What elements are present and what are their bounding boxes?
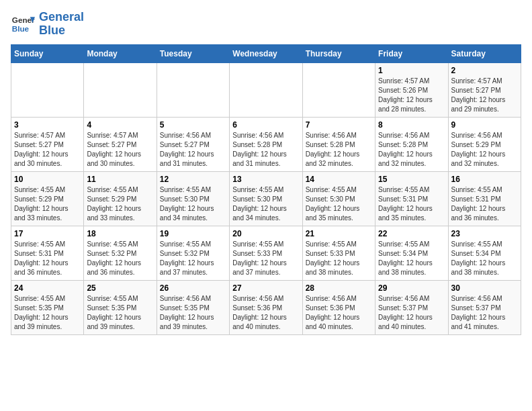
day-info: Sunrise: 4:57 AM Sunset: 5:27 PM Dayligh… [14, 131, 81, 169]
calendar-cell [84, 62, 157, 117]
day-info: Sunrise: 4:56 AM Sunset: 5:36 PM Dayligh… [306, 294, 372, 332]
day-info: Sunrise: 4:56 AM Sunset: 5:28 PM Dayligh… [232, 131, 299, 169]
calendar-cell: 17Sunrise: 4:55 AM Sunset: 5:31 PM Dayli… [11, 226, 84, 280]
day-info: Sunrise: 4:55 AM Sunset: 5:34 PM Dayligh… [451, 240, 518, 277]
day-info: Sunrise: 4:55 AM Sunset: 5:32 PM Dayligh… [160, 240, 226, 277]
day-header-friday: Friday [375, 44, 448, 62]
calendar-cell: 18Sunrise: 4:55 AM Sunset: 5:32 PM Dayli… [84, 226, 157, 280]
calendar-cell: 5Sunrise: 4:56 AM Sunset: 5:27 PM Daylig… [157, 117, 229, 171]
calendar-table: SundayMondayTuesdayWednesdayThursdayFrid… [11, 44, 521, 335]
day-info: Sunrise: 4:55 AM Sunset: 5:33 PM Dayligh… [306, 240, 372, 277]
svg-text:Blue: Blue [12, 24, 30, 33]
calendar-cell: 4Sunrise: 4:57 AM Sunset: 5:27 PM Daylig… [84, 117, 157, 171]
day-info: Sunrise: 4:56 AM Sunset: 5:35 PM Dayligh… [160, 294, 226, 332]
day-info: Sunrise: 4:56 AM Sunset: 5:29 PM Dayligh… [451, 131, 518, 169]
day-number: 1 [378, 66, 445, 75]
day-number: 16 [451, 175, 518, 184]
day-header-saturday: Saturday [448, 44, 521, 62]
calendar-cell: 6Sunrise: 4:56 AM Sunset: 5:28 PM Daylig… [230, 117, 302, 171]
day-number: 24 [14, 283, 81, 293]
calendar-cell: 30Sunrise: 4:56 AM Sunset: 5:37 PM Dayli… [448, 280, 521, 334]
day-number: 19 [160, 229, 226, 238]
day-info: Sunrise: 4:56 AM Sunset: 5:28 PM Dayligh… [378, 131, 445, 169]
day-number: 14 [306, 175, 372, 184]
day-info: Sunrise: 4:56 AM Sunset: 5:36 PM Dayligh… [232, 294, 299, 332]
calendar-cell: 7Sunrise: 4:56 AM Sunset: 5:28 PM Daylig… [302, 117, 375, 171]
day-info: Sunrise: 4:56 AM Sunset: 5:37 PM Dayligh… [378, 294, 445, 332]
day-info: Sunrise: 4:55 AM Sunset: 5:30 PM Dayligh… [232, 185, 299, 223]
day-info: Sunrise: 4:56 AM Sunset: 5:27 PM Dayligh… [160, 131, 226, 169]
day-number: 4 [87, 120, 153, 130]
day-number: 7 [306, 120, 372, 130]
day-info: Sunrise: 4:55 AM Sunset: 5:33 PM Dayligh… [232, 240, 299, 277]
calendar-cell: 19Sunrise: 4:55 AM Sunset: 5:32 PM Dayli… [157, 226, 229, 280]
day-number: 2 [451, 66, 518, 75]
calendar-cell [157, 62, 229, 117]
calendar-cell: 29Sunrise: 4:56 AM Sunset: 5:37 PM Dayli… [375, 280, 448, 334]
day-number: 25 [87, 283, 153, 293]
day-number: 9 [451, 120, 518, 130]
day-number: 17 [14, 229, 81, 238]
calendar-cell: 25Sunrise: 4:55 AM Sunset: 5:35 PM Dayli… [84, 280, 157, 334]
day-info: Sunrise: 4:55 AM Sunset: 5:34 PM Dayligh… [378, 240, 445, 277]
day-number: 15 [378, 175, 445, 184]
day-number: 21 [306, 229, 372, 238]
day-info: Sunrise: 4:55 AM Sunset: 5:35 PM Dayligh… [14, 294, 81, 332]
day-header-monday: Monday [84, 44, 157, 62]
page-header: General Blue GeneralBlue [11, 11, 521, 38]
day-info: Sunrise: 4:57 AM Sunset: 5:27 PM Dayligh… [451, 77, 518, 114]
day-number: 3 [14, 120, 81, 130]
day-number: 28 [306, 283, 372, 293]
day-number: 8 [378, 120, 445, 130]
day-info: Sunrise: 4:55 AM Sunset: 5:32 PM Dayligh… [87, 240, 153, 277]
calendar-cell: 3Sunrise: 4:57 AM Sunset: 5:27 PM Daylig… [11, 117, 84, 171]
day-number: 30 [451, 283, 518, 293]
day-info: Sunrise: 4:55 AM Sunset: 5:29 PM Dayligh… [14, 185, 81, 223]
calendar-week-3: 10Sunrise: 4:55 AM Sunset: 5:29 PM Dayli… [11, 171, 521, 226]
day-header-wednesday: Wednesday [230, 44, 302, 62]
logo-icon: General Blue [11, 12, 35, 36]
day-number: 6 [232, 120, 299, 130]
day-info: Sunrise: 4:57 AM Sunset: 5:27 PM Dayligh… [87, 131, 153, 169]
calendar-cell: 10Sunrise: 4:55 AM Sunset: 5:29 PM Dayli… [11, 171, 84, 226]
day-info: Sunrise: 4:57 AM Sunset: 5:26 PM Dayligh… [378, 77, 445, 114]
day-number: 23 [451, 229, 518, 238]
day-number: 27 [232, 283, 299, 293]
calendar-cell: 26Sunrise: 4:56 AM Sunset: 5:35 PM Dayli… [157, 280, 229, 334]
calendar-cell [230, 62, 302, 117]
calendar-cell: 1Sunrise: 4:57 AM Sunset: 5:26 PM Daylig… [375, 62, 448, 117]
day-info: Sunrise: 4:55 AM Sunset: 5:30 PM Dayligh… [160, 185, 226, 223]
day-number: 11 [87, 175, 153, 184]
calendar-cell: 22Sunrise: 4:55 AM Sunset: 5:34 PM Dayli… [375, 226, 448, 280]
logo-text: GeneralBlue [39, 11, 84, 38]
day-number: 13 [232, 175, 299, 184]
day-header-sunday: Sunday [11, 44, 84, 62]
calendar-cell: 12Sunrise: 4:55 AM Sunset: 5:30 PM Dayli… [157, 171, 229, 226]
day-number: 18 [87, 229, 153, 238]
calendar-cell: 14Sunrise: 4:55 AM Sunset: 5:30 PM Dayli… [302, 171, 375, 226]
calendar-cell [11, 62, 84, 117]
day-header-tuesday: Tuesday [157, 44, 229, 62]
day-number: 22 [378, 229, 445, 238]
calendar-week-4: 17Sunrise: 4:55 AM Sunset: 5:31 PM Dayli… [11, 226, 521, 280]
day-info: Sunrise: 4:55 AM Sunset: 5:31 PM Dayligh… [378, 185, 445, 223]
calendar-cell: 28Sunrise: 4:56 AM Sunset: 5:36 PM Dayli… [302, 280, 375, 334]
calendar-cell: 16Sunrise: 4:55 AM Sunset: 5:31 PM Dayli… [448, 171, 521, 226]
calendar-cell: 27Sunrise: 4:56 AM Sunset: 5:36 PM Dayli… [230, 280, 302, 334]
calendar-cell: 2Sunrise: 4:57 AM Sunset: 5:27 PM Daylig… [448, 62, 521, 117]
day-info: Sunrise: 4:56 AM Sunset: 5:28 PM Dayligh… [306, 131, 372, 169]
calendar-cell: 21Sunrise: 4:55 AM Sunset: 5:33 PM Dayli… [302, 226, 375, 280]
calendar-week-1: 1Sunrise: 4:57 AM Sunset: 5:26 PM Daylig… [11, 62, 521, 117]
day-header-thursday: Thursday [302, 44, 375, 62]
calendar-cell: 11Sunrise: 4:55 AM Sunset: 5:29 PM Dayli… [84, 171, 157, 226]
day-number: 29 [378, 283, 445, 293]
day-info: Sunrise: 4:55 AM Sunset: 5:31 PM Dayligh… [14, 240, 81, 277]
calendar-header: SundayMondayTuesdayWednesdayThursdayFrid… [11, 44, 521, 62]
day-number: 20 [232, 229, 299, 238]
calendar-cell [302, 62, 375, 117]
logo: General Blue GeneralBlue [11, 11, 84, 38]
calendar-cell: 24Sunrise: 4:55 AM Sunset: 5:35 PM Dayli… [11, 280, 84, 334]
calendar-cell: 20Sunrise: 4:55 AM Sunset: 5:33 PM Dayli… [230, 226, 302, 280]
day-number: 5 [160, 120, 226, 130]
day-info: Sunrise: 4:55 AM Sunset: 5:31 PM Dayligh… [451, 185, 518, 223]
